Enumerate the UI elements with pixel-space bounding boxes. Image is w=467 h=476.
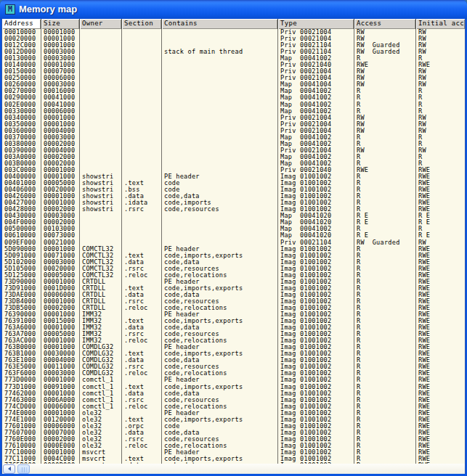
cell-section: .reloc	[122, 272, 162, 279]
table-row[interactable]: 0012C00000001000Priv 00021104RW GuardedR…	[2, 42, 465, 49]
horizontal-scrollbar[interactable]	[2, 464, 465, 474]
table-row[interactable]: 0034000000001000Priv 00021004RWRW	[2, 115, 465, 121]
table-row[interactable]: 0012D00000003000stack of main threadPriv…	[2, 49, 465, 55]
table-row[interactable]: 0039000000004000Priv 00021004RWRW	[2, 147, 465, 154]
column-header-section[interactable]: Section	[122, 19, 162, 29]
table-row[interactable]: 003B000000002000Map 00041002RR	[2, 160, 465, 167]
cell-contains: code,resources	[162, 206, 278, 213]
scrollbar-thumb[interactable]	[17, 464, 30, 474]
table-row[interactable]: 009EF00000021000Priv 00021104RW GuardedR…	[2, 239, 465, 246]
table-row[interactable]: 77C1000000001000msvcrtPE headerImag 0100…	[2, 449, 465, 456]
cell-section	[122, 121, 162, 128]
cell-access: RWE	[354, 62, 416, 68]
table-row[interactable]: 0043000000003000Map 00041020R ER E	[2, 213, 465, 219]
column-header-type[interactable]: Type	[278, 19, 354, 29]
table-row[interactable]: 0002000000001000Priv 00021004RWRW	[2, 36, 465, 42]
cell-address: 003B0000	[2, 160, 41, 167]
table-row[interactable]: 73DAE00000006000CRTDLL.datacode,dataImag…	[2, 292, 465, 298]
table-row[interactable]: 0038000000002000Map 00041002RR	[2, 141, 465, 147]
table-row[interactable]: 774CD00000006000comctl_1.reloccode,reloc…	[2, 403, 465, 410]
table-row[interactable]: 763A600000001000IMM32.datacode,dataImag …	[2, 324, 465, 331]
table-row[interactable]: 0040100000005000showstri.textcodeImag 01…	[2, 180, 465, 186]
column-header-contains[interactable]: Contains	[162, 19, 278, 29]
table-row[interactable]: 7639000000001000IMM32PE headerImag 01001…	[2, 311, 465, 318]
table-row[interactable]: 0026000000003000Map 00041004RWRW	[2, 81, 465, 88]
table-row[interactable]: 763B100000030000COMDLG32.textcode,import…	[2, 350, 465, 357]
table-row[interactable]: 763E100000004000COMDLG32.datacode,dataIm…	[2, 357, 465, 364]
table-row[interactable]: 0042600000001000showstri.datacode,dataIm…	[2, 193, 465, 200]
table-row[interactable]: 0001000000001000Priv 00021004RWRW	[2, 29, 465, 36]
table-row[interactable]: 5D10200000003000COMCTL32.datacode,dataIm…	[2, 259, 465, 266]
table-row[interactable]: 5D09000000001000COMCTL32PE headerImag 01…	[2, 246, 465, 253]
table-row[interactable]: 773D100000091000comctl_1.textcode,import…	[2, 384, 465, 390]
table-row[interactable]: 003C000000001000Priv 00021040RWERWE	[2, 167, 465, 173]
cell-type: Imag 01001002	[278, 344, 354, 350]
table-row[interactable]: 0050000000103000Map 00041002RR	[2, 226, 465, 232]
cell-contains: code,data	[162, 193, 278, 200]
table-row[interactable]: 763B000000001000COMDLG32PE headerImag 01…	[2, 344, 465, 350]
column-header-owner[interactable]: Owner	[80, 19, 122, 29]
table-row[interactable]: 5D12500000005000COMCTL32.reloccode,reloc…	[2, 272, 465, 279]
table-row[interactable]: 763AC00000001000IMM32.reloccode,relocati…	[2, 337, 465, 344]
cell-type: Priv 00021104	[278, 42, 354, 49]
cell-initial-access: R	[416, 154, 465, 160]
table-row[interactable]: 776100000000E000ole32.reloccode,relocati…	[2, 443, 465, 449]
table-row[interactable]: 0040600000020000showstri.bsscodeImag 010…	[2, 186, 465, 193]
cell-type: Priv 00021004	[278, 121, 354, 128]
table-row[interactable]: 73DB400000001000CRTDLL.rsrccode,resource…	[2, 298, 465, 305]
table-row[interactable]: 7639100000015000IMM32.textcode,imports,e…	[2, 318, 465, 324]
cell-size: 00003000	[41, 55, 80, 62]
cell-size: 00120000	[41, 416, 80, 423]
cell-section: .rsrc	[122, 364, 162, 370]
column-header-size[interactable]: Size	[41, 19, 80, 29]
cell-section: .text	[122, 350, 162, 357]
table-row[interactable]: 0061000000073000Map 00041020R ER E	[2, 232, 465, 239]
table-row[interactable]: 73D9000000001000CRTDLLPE headerImag 0100…	[2, 279, 465, 285]
table-row[interactable]: 002E000000041000Map 00041002RR	[2, 102, 465, 108]
scroll-left-button[interactable]	[3, 464, 15, 474]
column-header-initial-access[interactable]: Initial acc	[416, 19, 465, 29]
table-row[interactable]: 004F000000002000Map 00041020R ER E	[2, 219, 465, 226]
cell-section: .reloc	[122, 337, 162, 344]
cell-size: 00001000	[41, 36, 80, 42]
table-row[interactable]: 763E500000011000COMDLG32.rsrccode,resour…	[2, 364, 465, 370]
table-row[interactable]: 7760100000006000ole32.orpccodeImag 01001…	[2, 423, 465, 430]
table-row[interactable]: 0015000000007000Priv 00021004RWRW	[2, 68, 465, 75]
table-row[interactable]: 774630000006A000comctl_1.rsrccode,resour…	[2, 397, 465, 403]
table-row[interactable]: 0037000000003000Map 00041002RR	[2, 134, 465, 141]
table-row[interactable]: 0013000000003000Map 00041002RR	[2, 55, 465, 62]
table-row[interactable]: 0042700000001000showstri.idatacode,impor…	[2, 200, 465, 206]
cell-access: R	[354, 318, 416, 324]
table-row[interactable]: 0040000000001000showstriPE headerImag 01…	[2, 173, 465, 180]
table-row[interactable]: 7746200000001000comctl_1.datacode,dataIm…	[2, 390, 465, 397]
table-row[interactable]: 73DB500000002000CRTDLL.reloccode,relocat…	[2, 305, 465, 311]
table-row[interactable]: 0036000000004000Priv 00021004RWRW	[2, 128, 465, 134]
cell-owner: IMM32	[80, 337, 122, 344]
table-row[interactable]: 5D09100000071000COMCTL32.textcode,import…	[2, 253, 465, 259]
table-row[interactable]: 0027000000016000Map 00041002RR	[2, 88, 465, 94]
table-row[interactable]: 0025000000006000Priv 00021004RWRW	[2, 75, 465, 81]
table-row[interactable]: 0042800000002000showstri.rsrccode,resour…	[2, 206, 465, 213]
memory-map-window-icon[interactable]: M	[5, 4, 15, 15]
cell-initial-access: RWE	[416, 298, 465, 305]
table-row[interactable]: 763A700000005000IMM32.rsrccode,resources…	[2, 331, 465, 337]
titlebar[interactable]: M Memory map	[0, 0, 467, 19]
table-row[interactable]: 773D000000001000comctl_1PE headerImag 01…	[2, 377, 465, 383]
table-row[interactable]: 0035000000001000Priv 00021004RWRW	[2, 121, 465, 128]
table-row[interactable]: 77C110000004C000msvcrt.textcode,imports,…	[2, 456, 465, 462]
table-row[interactable]: 003A000000002000Map 00041002RR	[2, 154, 465, 160]
table-row[interactable]: 774E100000120000ole32.textcode,imports,e…	[2, 416, 465, 423]
column-header-address[interactable]: Address	[2, 19, 41, 29]
scrollbar-track[interactable]	[2, 464, 465, 474]
cell-type: Imag 01001002	[278, 350, 354, 357]
table-row[interactable]: 0033000000006000Map 00041002RR	[2, 108, 465, 115]
table-row[interactable]: 5D10500000020000COMCTL32.rsrccode,resour…	[2, 266, 465, 272]
table-row[interactable]: 7760E00000002000ole32.rsrccode,resources…	[2, 436, 465, 443]
table-row[interactable]: 7760700000007000ole32.datacode,dataImag …	[2, 430, 465, 436]
table-row[interactable]: 0029000000041000Map 00041002RR	[2, 94, 465, 101]
table-row[interactable]: 774E000000001000ole32PE headerImag 01001…	[2, 410, 465, 416]
table-row[interactable]: 73D910000001D000CRTDLL.textcode,imports,…	[2, 285, 465, 292]
column-header-access[interactable]: Access	[354, 19, 416, 29]
table-row[interactable]: 0014000000001000Priv 00021040RWERWE	[2, 62, 465, 68]
table-row[interactable]: 763F600000003000COMDLG32.reloccode,reloc…	[2, 370, 465, 377]
